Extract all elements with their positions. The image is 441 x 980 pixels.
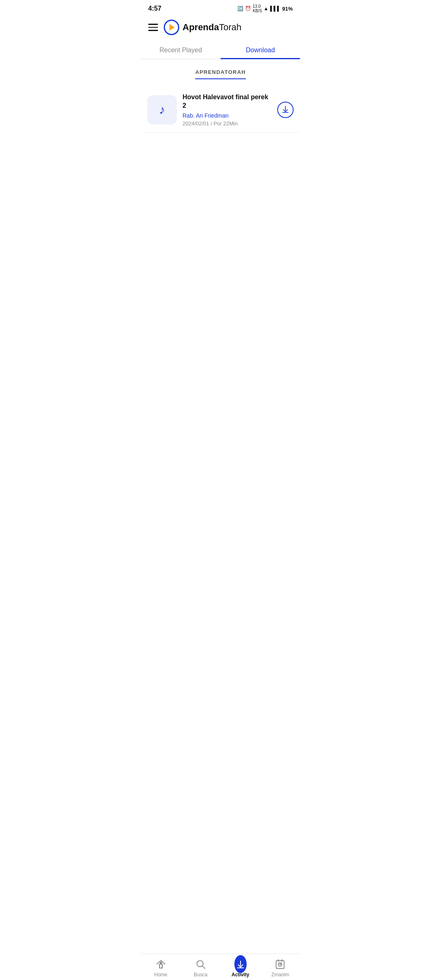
battery: 91%	[282, 6, 293, 12]
status-bar: 4:57 🆗 ⏰ 13.0KB/S ▲ ▌▌▌ 91%	[141, 0, 300, 16]
nfc-icon: 🆗	[237, 6, 243, 11]
app-name: AprendaTorah	[183, 22, 241, 33]
table-row: ♪ Hovot Halevavot final perek 2 Rab. Ari…	[141, 87, 300, 133]
content-list: ♪ Hovot Halevavot final perek 2 Rab. Ari…	[141, 83, 300, 137]
menu-button[interactable]	[148, 24, 158, 31]
app-name-light: Torah	[219, 22, 241, 32]
app-logo: AprendaTorah	[164, 20, 241, 35]
item-thumbnail: ♪	[147, 95, 177, 125]
item-author: Rab. Ari Friedman	[183, 112, 272, 119]
item-meta: 2024/02/01 / Por 22Min	[183, 120, 272, 127]
tabs-bar: Recent Played Download	[141, 41, 300, 59]
logo-circle-icon	[164, 20, 179, 35]
tab-download[interactable]: Download	[220, 41, 300, 59]
status-time: 4:57	[148, 5, 161, 12]
app-name-bold: Aprenda	[183, 22, 219, 32]
app-header: AprendaTorah	[141, 16, 300, 41]
item-title: Hovot Halevavot final perek 2	[183, 93, 272, 110]
wifi-icon: ▲	[264, 6, 269, 11]
tab-recent-played[interactable]: Recent Played	[141, 41, 220, 59]
section-title: APRENDATORAH	[195, 69, 246, 79]
signal-icon: ▌▌▌	[270, 6, 281, 11]
status-icons: 🆗 ⏰ 13.0KB/S ▲ ▌▌▌ 91%	[237, 4, 293, 13]
section-header: APRENDATORAH	[141, 59, 300, 83]
alarm-icon: ⏰	[245, 6, 251, 11]
music-note-icon: ♪	[159, 103, 165, 117]
logo-play-icon	[169, 24, 175, 31]
download-button[interactable]	[277, 102, 294, 118]
download-arrow-icon	[281, 105, 290, 114]
item-info: Hovot Halevavot final perek 2 Rab. Ari F…	[183, 93, 272, 127]
data-speed: 13.0KB/S	[253, 4, 262, 13]
